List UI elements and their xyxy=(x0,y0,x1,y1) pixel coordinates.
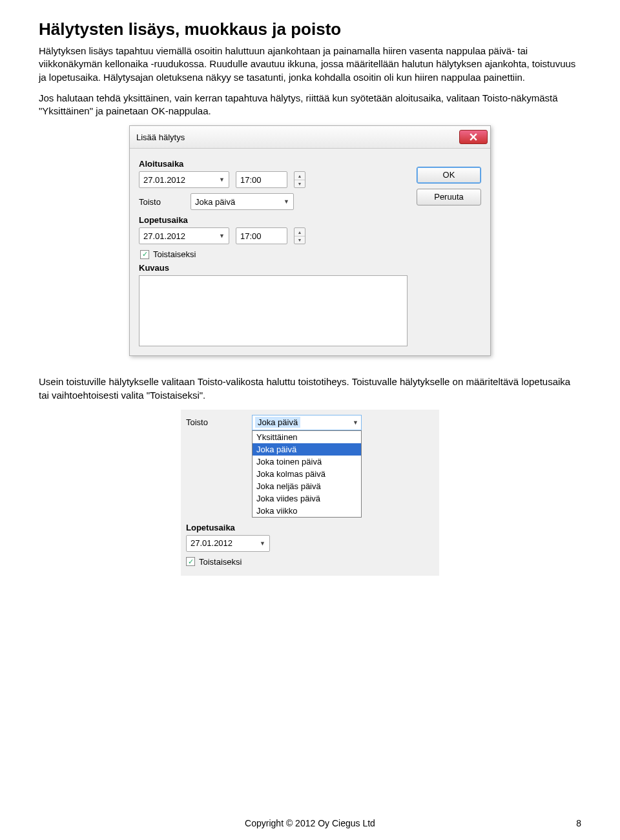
combo-option[interactable]: Joka neljäs päivä xyxy=(253,480,361,492)
end-time-stepper[interactable]: ▲ ▼ xyxy=(294,227,305,244)
dropdown-figure: Toisto Joka päivä ▼ Yksittäinen Joka päi… xyxy=(39,410,581,576)
chevron-down-icon: ▼ xyxy=(353,419,358,426)
end-time-value: 17:00 xyxy=(240,231,262,241)
description-textarea[interactable] xyxy=(139,275,408,346)
paragraph-1: Hälytyksen lisäys tapahtuu viemällä osoi… xyxy=(39,45,581,84)
snippet-repeat-label: Toisto xyxy=(186,415,245,427)
combo-option[interactable]: Joka viikko xyxy=(253,505,361,517)
start-time-label: Aloitusaika xyxy=(139,159,408,169)
start-time-field[interactable]: 17:00 xyxy=(236,171,287,188)
repeat-combobox-list: Yksittäinen Joka päivä Joka toinen päivä… xyxy=(252,430,362,518)
ok-button[interactable]: OK xyxy=(417,167,481,184)
end-time-field[interactable]: 17:00 xyxy=(236,227,287,244)
repeat-combobox[interactable]: Joka päivä ▼ xyxy=(252,415,362,430)
combo-option[interactable]: Joka viides päivä xyxy=(253,492,361,505)
snippet-end-date-field[interactable]: 27.01.2012 ▼ xyxy=(186,535,270,552)
stepper-down-icon: ▼ xyxy=(294,180,305,188)
snippet-until-further-label: Toistaiseksi xyxy=(199,557,242,567)
description-label: Kuvaus xyxy=(139,263,408,273)
end-date-value: 27.01.2012 xyxy=(143,231,185,241)
repeat-value: Joka päivä xyxy=(195,197,235,207)
stepper-down-icon: ▼ xyxy=(294,236,305,244)
repeat-label: Toisto xyxy=(139,197,184,207)
combo-option[interactable]: Joka toinen päivä xyxy=(253,456,361,468)
combo-option[interactable]: Joka kolmas päivä xyxy=(253,468,361,480)
add-alarm-dialog: Lisää hälytys Aloitusaika 27.01.2012 ▼ 1… xyxy=(129,125,491,356)
start-date-value: 27.01.2012 xyxy=(143,175,185,185)
start-date-field[interactable]: 27.01.2012 ▼ xyxy=(139,171,229,188)
end-time-label: Lopetusaika xyxy=(139,215,408,225)
repeat-combobox-value: Joka päivä xyxy=(255,417,300,428)
stepper-up-icon: ▲ xyxy=(294,228,305,236)
repeat-select[interactable]: Joka päivä ▼ xyxy=(191,193,294,210)
start-time-value: 17:00 xyxy=(240,175,262,185)
until-further-label: Toistaiseksi xyxy=(153,249,196,259)
paragraph-2: Jos halutaan tehdä yksittäinen, vain ker… xyxy=(39,92,581,118)
close-button[interactable] xyxy=(459,130,488,144)
until-further-checkbox[interactable]: ✓ xyxy=(140,250,149,259)
section-heading: Hälytysten lisäys, muokkaus ja poisto xyxy=(39,19,581,39)
dialog-title: Lisää hälytys xyxy=(136,132,185,142)
page-number: 8 xyxy=(576,818,581,828)
cancel-button[interactable]: Peruuta xyxy=(417,189,481,205)
combo-option[interactable]: Joka päivä xyxy=(253,443,361,456)
close-icon xyxy=(470,133,477,141)
footer-copyright: Copyright © 2012 Oy Ciegus Ltd xyxy=(0,818,620,828)
dialog-figure: Lisää hälytys Aloitusaika 27.01.2012 ▼ 1… xyxy=(39,125,581,356)
snippet-end-date-value: 27.01.2012 xyxy=(191,538,232,548)
start-time-stepper[interactable]: ▲ ▼ xyxy=(294,171,305,188)
dialog-titlebar: Lisää hälytys xyxy=(130,126,490,149)
paragraph-3: Usein toistuville hälytykselle valitaan … xyxy=(39,375,581,402)
chevron-down-icon: ▼ xyxy=(219,176,225,183)
chevron-down-icon: ▼ xyxy=(284,198,289,205)
snippet-until-further-checkbox[interactable]: ✓ xyxy=(186,557,195,566)
stepper-up-icon: ▲ xyxy=(294,172,305,180)
end-date-field[interactable]: 27.01.2012 ▼ xyxy=(139,227,229,244)
snippet-end-label: Lopetusaika xyxy=(186,523,434,532)
combo-option[interactable]: Yksittäinen xyxy=(253,431,361,443)
chevron-down-icon: ▼ xyxy=(260,540,265,547)
chevron-down-icon: ▼ xyxy=(219,233,225,239)
